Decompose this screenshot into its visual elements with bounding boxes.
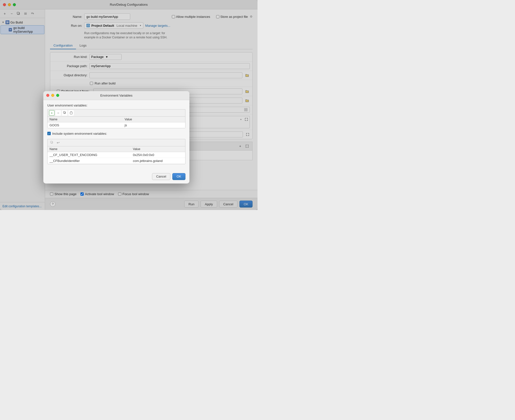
system-env-undo-button[interactable]: ↩ <box>55 140 61 145</box>
system-env-value-cell: 0x25A:0x0:0x0 <box>131 152 185 158</box>
system-env-table: Name Value __CF_USER_TEXT_ENCODING0x25A:… <box>48 146 185 164</box>
user-env-paste-button[interactable] <box>68 110 74 116</box>
modal-title: Environment Variables <box>100 94 132 97</box>
modal-overlay: Environment Variables User environment v… <box>0 0 258 210</box>
system-env-value-cell: com.jetbrains.goland <box>131 158 185 164</box>
modal-footer: Cancel OK <box>43 171 189 184</box>
user-env-table-row[interactable]: GOOSjs <box>48 122 185 128</box>
system-env-col-name: Name <box>48 146 131 152</box>
svg-rect-13 <box>70 112 72 114</box>
system-env-table-row[interactable]: __CF_USER_TEXT_ENCODING0x25A:0x0:0x0 <box>48 152 185 158</box>
svg-rect-12 <box>63 111 65 113</box>
user-env-col-value: Value <box>123 117 185 122</box>
user-env-copy-button[interactable] <box>62 110 67 116</box>
modal-traffic-lights <box>46 94 59 97</box>
user-env-value-cell: js <box>123 122 185 128</box>
modal-body: User environment variables: + − <box>43 100 189 171</box>
system-env-table-row[interactable]: __CFBundleIdentifiercom.jetbrains.goland <box>48 158 185 164</box>
user-env-table-container: Name Value GOOSjs <box>47 116 185 128</box>
user-env-remove-button[interactable]: − <box>55 110 61 116</box>
system-env-table-container: Name Value __CF_USER_TEXT_ENCODING0x25A:… <box>47 146 185 164</box>
system-env-col-value: Value <box>131 146 185 152</box>
user-env-add-button[interactable]: + <box>49 110 54 116</box>
modal-title-bar: Environment Variables <box>43 91 189 100</box>
user-env-title: User environment variables: <box>47 104 185 107</box>
modal-cancel-button[interactable]: Cancel <box>152 173 170 180</box>
user-env-table: Name Value GOOSjs <box>48 117 185 128</box>
system-env-name-cell: __CF_USER_TEXT_ENCODING <box>48 152 131 158</box>
user-env-toolbar: + − <box>47 109 185 116</box>
modal-minimize-button[interactable] <box>51 94 54 97</box>
user-env-name-cell: GOOS <box>48 122 123 128</box>
include-system-label: Include system environment variables: <box>52 132 107 135</box>
system-env-name-cell: __CFBundleIdentifier <box>48 158 131 164</box>
modal-close-button[interactable] <box>46 94 49 97</box>
system-env-toolbar: ↩ <box>47 139 185 146</box>
svg-rect-15 <box>51 141 52 143</box>
include-system-checkbox[interactable]: ✓ <box>47 132 51 135</box>
include-system-row: ✓ Include system environment variables: <box>47 131 185 136</box>
modal-maximize-button[interactable] <box>56 94 59 97</box>
modal-ok-button[interactable]: OK <box>172 173 185 180</box>
system-env-copy-button[interactable] <box>49 140 54 145</box>
env-variables-modal: Environment Variables User environment v… <box>43 91 189 184</box>
user-env-col-name: Name <box>48 117 123 122</box>
